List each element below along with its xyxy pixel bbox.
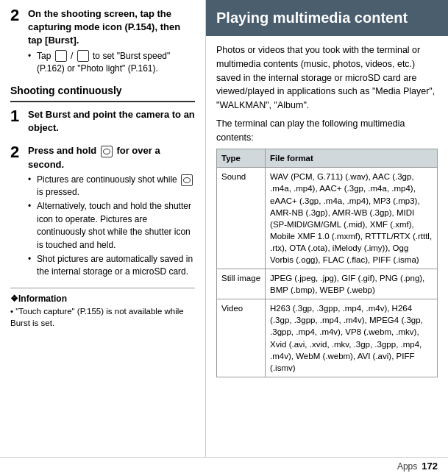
table-header-row: Type File format <box>217 149 438 168</box>
section-heading-shooting: Shooting continuously <box>10 84 195 102</box>
info-label: ❖Information <box>10 293 195 305</box>
step-1-block: 1 Set Burst and point the camera to an o… <box>10 108 195 137</box>
step-2b-block: 2 Press and hold for over a second. Pict… <box>10 144 195 280</box>
table-row: SoundWAV (PCM, G.711) (.wav), AAC (.3gp,… <box>217 168 438 269</box>
info-text: • "Touch capture" (P.155) is not availab… <box>10 305 195 330</box>
left-column: 2 On the shooting screen, tap the captur… <box>0 0 206 457</box>
info-block: ❖Information • "Touch capture" (P.155) i… <box>10 288 195 330</box>
content-area: 2 On the shooting screen, tap the captur… <box>0 0 448 457</box>
table-cell-type: Sound <box>217 168 266 269</box>
shutter-icon <box>101 146 113 157</box>
step-2b-content: Press and hold for over a second. Pictur… <box>28 144 195 280</box>
intro-paragraph-1: Photos or videos that you took with the … <box>216 43 438 113</box>
step-2b-bullet-3: Shot pictures are automatically saved in… <box>28 253 195 279</box>
table-cell-type: Video <box>217 299 266 377</box>
step-2-content: On the shooting screen, tap the capturin… <box>28 7 195 77</box>
step-2-number: 2 <box>10 7 22 24</box>
step-1-content: Set Burst and point the camera to an obj… <box>28 108 195 137</box>
step-2-bullets: Tap / to set "Burst speed" (P.162) or "P… <box>28 50 195 76</box>
step-2b-bullet-2: Alternatively, touch and hold the shutte… <box>28 200 195 252</box>
table-header: Type File format <box>217 149 438 168</box>
step-2b-title: Press and hold for over a second. <box>28 144 195 171</box>
table-row: Still imageJPEG (.jpeg, .jpg), GIF (.gif… <box>217 269 438 299</box>
right-header: Playing multimedia content <box>206 0 448 36</box>
footer-page-number: 172 <box>422 460 438 473</box>
photo-light-icon <box>77 50 89 62</box>
table-cell-type: Still image <box>217 269 266 299</box>
table-cell-format: H263 (.3gp, .3gpp, .mp4, .m4v), H264 (.3… <box>266 299 438 377</box>
burst-speed-icon <box>55 50 67 62</box>
table-row: VideoH263 (.3gp, .3gpp, .mp4, .m4v), H26… <box>217 299 438 377</box>
table-body: SoundWAV (PCM, G.711) (.wav), AAC (.3gp,… <box>217 168 438 377</box>
footer-apps-label: Apps <box>397 461 417 473</box>
intro-paragraph-2: The terminal can play the following mult… <box>216 117 438 145</box>
multimedia-table: Type File format SoundWAV (PCM, G.711) (… <box>216 149 438 377</box>
right-body: Photos or videos that you took with the … <box>206 36 448 385</box>
page: 2 On the shooting screen, tap the captur… <box>0 0 448 476</box>
right-column: Playing multimedia content Photos or vid… <box>206 0 448 457</box>
step-1-number: 1 <box>10 108 22 124</box>
shutter-icon-inline <box>181 174 193 186</box>
step-2-bullet-1: Tap / to set "Burst speed" (P.162) or "P… <box>28 50 195 76</box>
col-type-header: Type <box>217 149 266 168</box>
table-cell-format: WAV (PCM, G.711) (.wav), AAC (.3gp, .m4a… <box>266 168 438 269</box>
step-2-title: On the shooting screen, tap the capturin… <box>28 7 195 48</box>
step-2b-number: 2 <box>10 144 22 160</box>
col-format-header: File format <box>266 149 438 168</box>
step-2b-bullet-1: Pictures are continuously shot while is … <box>28 174 195 199</box>
step-2b-bullets: Pictures are continuously shot while is … <box>28 174 195 279</box>
footer: Apps 172 <box>0 457 448 476</box>
step-2-block: 2 On the shooting screen, tap the captur… <box>10 7 195 77</box>
step-1-title: Set Burst and point the camera to an obj… <box>28 108 195 135</box>
table-cell-format: JPEG (.jpeg, .jpg), GIF (.gif), PNG (.pn… <box>266 269 438 299</box>
